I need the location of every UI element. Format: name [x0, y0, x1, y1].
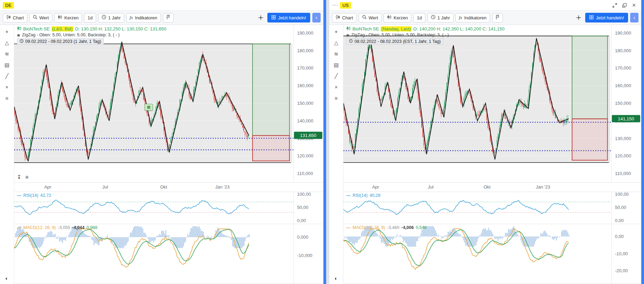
contrast-icon[interactable]: ◐ — [329, 275, 343, 281]
macd-header[interactable]: — MACD(12, 26, 9) -3,055 -4,044 0,988 — [17, 225, 97, 230]
rsi-pane[interactable]: 100,0050,000,00 — RSI(14) 42,72 — [14, 192, 323, 224]
collapse-panel-button[interactable]: ‹ — [630, 13, 638, 22]
candles-button[interactable]: Kerzen — [384, 13, 411, 22]
rsi-canvas[interactable]: 100,0050,000,00 — [343, 192, 641, 224]
zigzag-tool-icon[interactable]: ≋ — [5, 51, 9, 56]
rsi-svg[interactable]: 100,0050,000,00 — [343, 192, 641, 224]
date-range-chip[interactable]: 08.02.2022 - 08.02.2023 (EST, 1 Jahr, 1 … — [346, 38, 443, 45]
time-axis[interactable]: AprJulOktJan '23 — [343, 183, 641, 192]
y-axis-tick: 170,000 — [297, 65, 313, 71]
svg-text:141,150: 141,150 — [618, 116, 634, 121]
panel-header: ⋯ US × — [329, 0, 641, 10]
bookmark-button[interactable] — [163, 13, 174, 22]
value-search-button[interactable]: Wert — [359, 13, 381, 22]
price-pane[interactable]: 190,000180,000170,000160,000150,000140,0… — [14, 25, 323, 183]
drawing-toolbar: ⌖ △ ≋ ▤ ╱ × ≡ ◐ — [329, 25, 343, 284]
macd-canvas[interactable]: 0,000-10,000 — [14, 224, 323, 284]
chart-type-button[interactable]: Chart — [332, 13, 357, 22]
legend-indicator-row[interactable]: ◉ ZigZag - Oben: 5.00, Unten: 5.00, Back… — [346, 33, 505, 37]
drag-handle-icon[interactable]: ⋯ — [332, 3, 338, 7]
download-icon[interactable]: ↧ — [17, 174, 21, 180]
rsi-svg[interactable]: 100,0050,000,00 — [14, 192, 323, 224]
y-axis-tick: 110,000 — [615, 171, 631, 176]
time-axis[interactable]: AprJulOktJan '23 — [14, 183, 323, 192]
eraser-tool-icon[interactable]: × — [335, 84, 338, 90]
panel-tab-de[interactable]: DE — [3, 2, 14, 9]
symbol-ohlc: O: 130,150 H: 132,250 L: 130,150 C: 131,… — [75, 26, 166, 31]
levels-tool-icon[interactable]: ≡ — [6, 95, 9, 101]
line-tool-icon[interactable]: ╱ — [5, 73, 8, 79]
clock-icon — [102, 15, 106, 20]
macd-label: MACD(12, 26, 9) — [353, 225, 385, 230]
symbol-name: BioNTech SE — [23, 26, 50, 31]
legend-symbol-row[interactable]: BioNTech SE (Nasdaq, Last) O: 140,200 H:… — [346, 26, 505, 31]
y-axis-tick: 120,000 — [615, 153, 631, 158]
legend-indicator-row[interactable]: ◉ ZigZag - Oben: 5.00, Unten: 5.00, Back… — [17, 33, 166, 37]
macd-header[interactable]: — MACD(12, 26, 9) -3,460 -4,006 0,546 — [346, 225, 426, 230]
cursor-tool-icon[interactable]: ⌖ — [335, 29, 338, 34]
rsi-value: 40,28 — [370, 193, 380, 198]
indicators-button[interactable]: fx Indikatoren — [126, 13, 161, 22]
price-chart-canvas[interactable]: 190,000180,000170,000160,000150,000140,0… — [14, 25, 323, 182]
rsi-canvas[interactable]: 100,0050,000,00 — [14, 192, 323, 224]
flag-icon — [496, 15, 499, 20]
candles-button[interactable]: Kerzen — [54, 13, 82, 22]
macd-axis-tick: -10,00 — [615, 251, 628, 256]
candlestick-icon — [335, 15, 340, 20]
popout-icon[interactable] — [621, 2, 627, 8]
order-marker[interactable]: ▦ — [145, 104, 153, 111]
rsi-pane[interactable]: 100,0050,000,00 — RSI(14) 40,28 — [343, 192, 641, 224]
trade-button[interactable]: Jetzt handeln! — [585, 13, 628, 22]
line-tool-icon[interactable]: ╱ — [334, 73, 338, 79]
macd-canvas[interactable]: 0,00-10,00-20,00 — [343, 224, 641, 284]
svg-text:131,650: 131,650 — [300, 133, 316, 138]
collapse-panel-button[interactable]: ‹ — [312, 13, 321, 22]
contrast-icon[interactable]: ◐ — [0, 275, 14, 281]
panel-splitter[interactable] — [641, 0, 644, 284]
shapes-tool-icon[interactable]: △ — [334, 40, 338, 45]
macd-pane[interactable]: 0,000-10,000 — MACD(12, 26, 9) -3,055 -4… — [14, 224, 323, 284]
panel-splitter[interactable] — [323, 0, 326, 284]
macd-svg[interactable]: 0,00-10,00-20,00 — [343, 224, 641, 284]
value-search-button[interactable]: Wert — [29, 13, 52, 22]
chart-type-button[interactable]: Chart — [3, 13, 27, 22]
expand-icon[interactable] — [611, 2, 618, 8]
legend-range-row: 09.02.2022 - 09.02.2023 (1 Jahr, 1 Tag) — [17, 38, 166, 45]
chart-corner-icons: ↧ ≡ — [17, 174, 28, 180]
crosshair-plus-icon[interactable] — [574, 13, 583, 22]
legend-symbol-row[interactable]: BioNTech SE (L&S, Bid) O: 130,150 H: 132… — [17, 26, 166, 31]
price-chart-svg[interactable]: 190,000180,000170,000160,000150,000140,0… — [14, 25, 323, 182]
trade-button[interactable]: Jetzt handeln! — [267, 13, 310, 22]
layers-icon[interactable]: ≡ — [26, 174, 29, 180]
rsi-header[interactable]: — RSI(14) 40,28 — [346, 193, 380, 198]
period-button[interactable]: 1 Jahr — [98, 13, 124, 22]
bookmark-button[interactable] — [492, 13, 503, 22]
close-icon[interactable]: × — [631, 2, 637, 8]
grid-icon — [589, 15, 594, 20]
cursor-tool-icon[interactable]: ⌖ — [6, 29, 8, 34]
shapes-tool-icon[interactable]: △ — [5, 40, 9, 45]
price-chart-svg[interactable]: 190,000180,000170,000160,000150,000140,0… — [343, 25, 641, 182]
period-button[interactable]: 1 Jahr — [427, 13, 453, 22]
notes-tool-icon[interactable]: ▤ — [334, 62, 339, 67]
notes-tool-icon[interactable]: ▤ — [4, 62, 9, 67]
zigzag-tool-icon[interactable]: ≋ — [334, 51, 339, 56]
price-chart-canvas[interactable]: 190,000180,000170,000160,000150,000140,0… — [343, 25, 641, 182]
y-axis-tick: 150,000 — [297, 101, 313, 106]
eraser-tool-icon[interactable]: × — [6, 84, 9, 90]
price-pane[interactable]: 190,000180,000170,000160,000150,000140,0… — [343, 25, 641, 183]
macd-value-3: 0,988 — [86, 225, 97, 230]
y-axis-tick: 160,000 — [615, 83, 631, 88]
chart-panel-de: DE Chart Wert Kerzen 1d 1 Jahr — [0, 0, 326, 284]
levels-tool-icon[interactable]: ≡ — [335, 95, 338, 101]
interval-button[interactable]: 1d — [84, 13, 96, 22]
macd-pane[interactable]: 0,00-10,00-20,00 — MACD(12, 26, 9) -3,46… — [343, 224, 641, 284]
date-range-chip[interactable]: 09.02.2022 - 09.02.2023 (1 Jahr, 1 Tag) — [17, 38, 104, 45]
candles-label: Kerzen — [394, 15, 408, 20]
crosshair-plus-icon[interactable] — [256, 13, 265, 22]
interval-button[interactable]: 1d — [413, 13, 425, 22]
indicators-button[interactable]: fx Indikatoren — [456, 13, 490, 22]
macd-svg[interactable]: 0,000-10,000 — [14, 224, 323, 284]
panel-tab-us[interactable]: US — [340, 2, 351, 9]
rsi-header[interactable]: — RSI(14) 42,72 — [17, 193, 51, 198]
